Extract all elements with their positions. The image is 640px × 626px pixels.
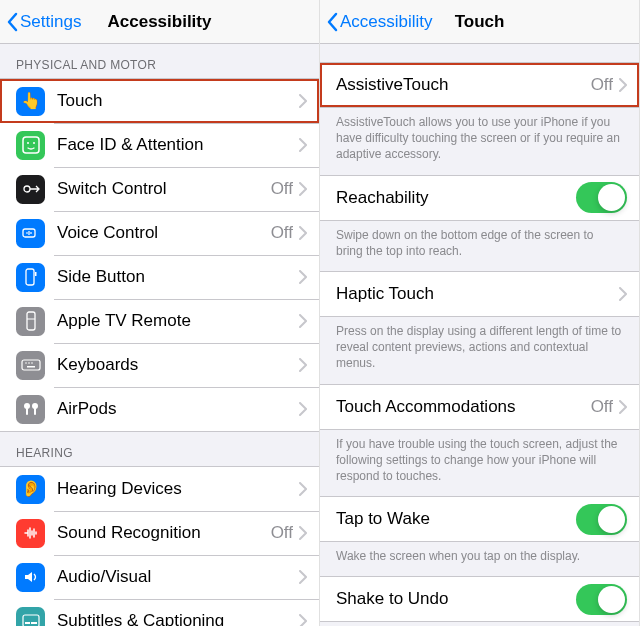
toggle-reachability[interactable]	[576, 182, 627, 213]
svg-point-10	[25, 362, 27, 364]
row-label: Subtitles & Captioning	[57, 611, 299, 626]
row-assistivetouch[interactable]: AssistiveTouch Off	[320, 63, 639, 107]
row-label: Hearing Devices	[57, 479, 299, 499]
svg-rect-20	[31, 622, 37, 624]
svg-rect-19	[25, 622, 30, 624]
chevron-left-icon	[6, 12, 18, 32]
row-haptic-touch[interactable]: Haptic Touch	[320, 272, 639, 316]
row-label: Audio/Visual	[57, 567, 299, 587]
row-label: Tap to Wake	[336, 509, 576, 529]
row-label: Switch Control	[57, 179, 271, 199]
back-button[interactable]: Settings	[6, 12, 81, 32]
section-header-hearing: HEARING	[0, 432, 319, 466]
svg-point-3	[24, 186, 30, 192]
chevron-right-icon	[299, 270, 307, 284]
row-label: Reachability	[336, 188, 576, 208]
toggle-shake-to-undo[interactable]	[576, 584, 627, 615]
row-shake-to-undo[interactable]: Shake to Undo	[320, 577, 639, 621]
footer-assistivetouch: AssistiveTouch allows you to use your iP…	[320, 108, 639, 175]
svg-rect-15	[26, 408, 28, 415]
svg-rect-6	[35, 272, 37, 276]
row-touch[interactable]: 👆 Touch	[0, 79, 319, 123]
chevron-right-icon	[299, 614, 307, 626]
chevron-right-icon	[619, 400, 627, 414]
voicecontrol-icon	[16, 219, 45, 248]
row-faceid[interactable]: Face ID & Attention	[0, 123, 319, 167]
svg-rect-7	[27, 312, 35, 330]
back-label: Accessibility	[340, 12, 433, 32]
toggle-tap-to-wake[interactable]	[576, 504, 627, 535]
chevron-right-icon	[619, 78, 627, 92]
section-hearing: 👂 Hearing Devices Sound Recognition Off …	[0, 466, 319, 626]
keyboard-icon	[16, 351, 45, 380]
row-tap-to-wake[interactable]: Tap to Wake	[320, 497, 639, 541]
group-shake: Shake to Undo	[320, 576, 639, 622]
group-touchaccom: Touch Accommodations Off	[320, 384, 639, 430]
group-haptic: Haptic Touch	[320, 271, 639, 317]
touch-screen: Accessibility Touch AssistiveTouch Off A…	[320, 0, 640, 626]
speaker-icon	[16, 563, 45, 592]
faceid-icon	[16, 131, 45, 160]
svg-point-1	[27, 142, 29, 144]
appletv-icon	[16, 307, 45, 336]
group-reachability: Reachability	[320, 175, 639, 221]
row-touch-accommodations[interactable]: Touch Accommodations Off	[320, 385, 639, 429]
svg-point-2	[33, 142, 35, 144]
svg-rect-5	[26, 269, 34, 285]
navbar: Accessibility Touch	[320, 0, 639, 44]
svg-rect-13	[27, 366, 35, 368]
svg-rect-18	[23, 615, 39, 626]
chevron-right-icon	[299, 226, 307, 240]
row-label: Touch Accommodations	[336, 397, 591, 417]
row-label: Face ID & Attention	[57, 135, 299, 155]
row-hearing-devices[interactable]: 👂 Hearing Devices	[0, 467, 319, 511]
chevron-left-icon	[326, 12, 338, 32]
row-label: Shake to Undo	[336, 589, 576, 609]
section-header-physical: PHYSICAL AND MOTOR	[0, 44, 319, 78]
touch-icon: 👆	[16, 87, 45, 116]
group-assistivetouch: AssistiveTouch Off	[320, 62, 639, 108]
footer-haptic: Press on the display using a different l…	[320, 317, 639, 384]
row-subtitles[interactable]: Subtitles & Captioning	[0, 599, 319, 626]
row-reachability[interactable]: Reachability	[320, 176, 639, 220]
chevron-right-icon	[299, 358, 307, 372]
row-voicecontrol[interactable]: Voice Control Off	[0, 211, 319, 255]
back-label: Settings	[20, 12, 81, 32]
row-keyboards[interactable]: Keyboards	[0, 343, 319, 387]
row-value: Off	[271, 179, 293, 199]
accessibility-screen: Settings Accessibility PHYSICAL AND MOTO…	[0, 0, 320, 626]
chevron-right-icon	[299, 402, 307, 416]
svg-point-12	[31, 362, 33, 364]
row-label: Touch	[57, 91, 299, 111]
chevron-right-icon	[299, 482, 307, 496]
row-label: AssistiveTouch	[336, 75, 591, 95]
airpods-icon	[16, 395, 45, 424]
subtitles-icon	[16, 607, 45, 627]
row-value: Off	[271, 223, 293, 243]
row-label: Side Button	[57, 267, 299, 287]
row-switchcontrol[interactable]: Switch Control Off	[0, 167, 319, 211]
row-value: Off	[591, 397, 613, 417]
row-appletv[interactable]: Apple TV Remote	[0, 299, 319, 343]
footer-taptowake: Wake the screen when you tap on the disp…	[320, 542, 639, 576]
chevron-right-icon	[299, 182, 307, 196]
footer-touchaccom: If you have trouble using the touch scre…	[320, 430, 639, 497]
navbar: Settings Accessibility	[0, 0, 319, 44]
row-sidebutton[interactable]: Side Button	[0, 255, 319, 299]
chevron-right-icon	[299, 94, 307, 108]
row-value: Off	[271, 523, 293, 543]
chevron-right-icon	[619, 287, 627, 301]
group-taptowake: Tap to Wake	[320, 496, 639, 542]
back-button[interactable]: Accessibility	[326, 12, 433, 32]
section-physical: 👆 Touch Face ID & Attention Switch Contr…	[0, 78, 319, 432]
footer-shake: If you tend to shake your iPhone by acci…	[320, 622, 639, 626]
row-sound-recognition[interactable]: Sound Recognition Off	[0, 511, 319, 555]
row-label: Keyboards	[57, 355, 299, 375]
sidebutton-icon	[16, 263, 45, 292]
row-airpods[interactable]: AirPods	[0, 387, 319, 431]
row-label: Haptic Touch	[336, 284, 619, 304]
row-audiovisual[interactable]: Audio/Visual	[0, 555, 319, 599]
row-label: AirPods	[57, 399, 299, 419]
svg-rect-9	[22, 360, 40, 370]
ear-icon: 👂	[16, 475, 45, 504]
